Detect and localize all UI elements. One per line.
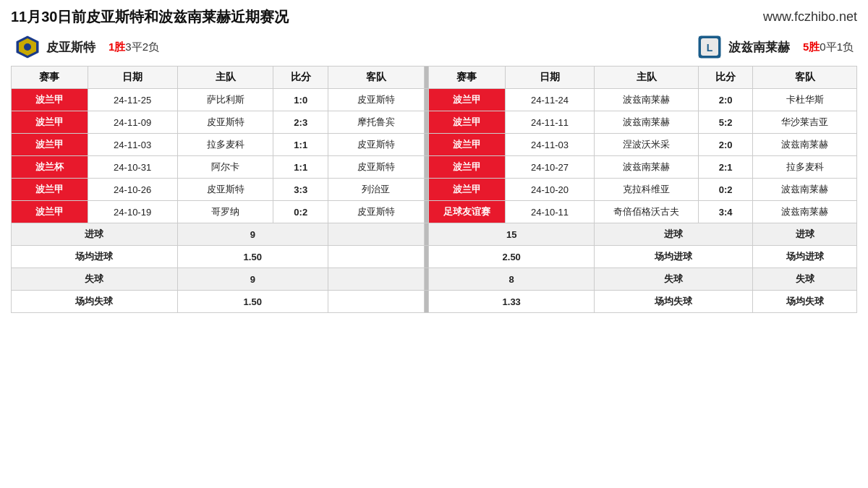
left-match-type: 波兰甲: [12, 89, 88, 111]
col-header-match-right: 赛事: [428, 67, 505, 89]
team-right-logo: L: [697, 34, 723, 60]
left-score: 3:3: [273, 179, 328, 201]
stats-left-val: 9: [177, 268, 328, 291]
left-score: 0:2: [273, 201, 328, 223]
right-home: 奇倍佰格沃古夫: [595, 201, 698, 223]
website-url: www.fczhibo.net: [763, 9, 857, 25]
stats-row: 失球 9 8 失球 失球: [12, 268, 857, 291]
stats-left-val: 9: [177, 223, 328, 246]
team-left-name: 皮亚斯特: [46, 39, 95, 56]
stats-row: 场均进球 1.50 2.50 场均进球 场均进球: [12, 246, 857, 268]
left-home: 阿尔卡: [177, 156, 273, 179]
right-score: 2:0: [698, 134, 753, 156]
stats-mid-val: 15: [428, 223, 595, 246]
right-away: 拉多麦科: [753, 156, 857, 179]
right-home: 波兹南莱赫: [595, 89, 698, 111]
stats-right-label: 失球: [753, 268, 857, 291]
team-left-record: 1胜3平2负: [109, 40, 159, 54]
stats-left-val: 1.50: [177, 291, 328, 313]
stats-left-label: 场均失球: [12, 291, 178, 313]
left-home: 萨比利斯: [177, 89, 273, 111]
left-date: 24-11-09: [88, 111, 177, 134]
left-date: 24-11-25: [88, 89, 177, 111]
svg-text:L: L: [707, 42, 713, 53]
left-score: 1:1: [273, 156, 328, 179]
stats-mid-val: 8: [428, 268, 595, 291]
right-date: 24-10-11: [505, 201, 595, 223]
col-header-home-right: 主队: [595, 67, 698, 89]
right-home: 波兹南莱赫: [595, 111, 698, 134]
team-right-record: 5胜0平1负: [803, 40, 854, 54]
left-match-type: 波兰甲: [12, 134, 88, 156]
col-header-away-left: 客队: [328, 67, 424, 89]
left-date: 24-11-03: [88, 134, 177, 156]
right-score: 2:1: [698, 156, 753, 179]
table-row: 波兰杯 24-10-31 阿尔卡 1:1 皮亚斯特 波兰甲 24-10-27 波…: [12, 156, 857, 179]
stats-mid-val: 2.50: [428, 246, 595, 268]
right-date: 24-11-03: [505, 134, 595, 156]
left-date: 24-10-19: [88, 201, 177, 223]
right-away: 波兹南莱赫: [753, 179, 857, 201]
stats-empty-left: [328, 268, 424, 291]
right-away: 波兹南莱赫: [753, 134, 857, 156]
stats-right-label: 场均进球: [753, 246, 857, 268]
left-match-type: 波兰甲: [12, 179, 88, 201]
page-wrapper: 11月30日前皮亚斯特和波兹南莱赫近期赛况 www.fczhibo.net 皮亚…: [0, 0, 868, 320]
svg-point-2: [24, 43, 31, 51]
stats-right-val: 场均进球: [595, 246, 753, 268]
stats-right-label: 场均失球: [753, 291, 857, 313]
right-date: 24-11-11: [505, 111, 595, 134]
right-away: 卡杜华斯: [753, 89, 857, 111]
left-match-type: 波兰杯: [12, 156, 88, 179]
right-match-type: 足球友谊赛: [428, 201, 505, 223]
stats-left-label: 场均进球: [12, 246, 178, 268]
left-home: 皮亚斯特: [177, 179, 273, 201]
right-home: 涅波沃米采: [595, 134, 698, 156]
header: 11月30日前皮亚斯特和波兹南莱赫近期赛况 www.fczhibo.net: [11, 7, 857, 27]
stats-mid-val: 1.33: [428, 291, 595, 313]
col-header-date-right: 日期: [505, 67, 595, 89]
team-right-block: L 波兹南莱赫 5胜0平1负: [697, 34, 854, 60]
right-match-type: 波兰甲: [428, 89, 505, 111]
table-row: 波兰甲 24-10-26 皮亚斯特 3:3 列治亚 波兰甲 24-10-20 克…: [12, 179, 857, 201]
left-home: 拉多麦科: [177, 134, 273, 156]
col-header-away-right: 客队: [753, 67, 857, 89]
left-away: 皮亚斯特: [328, 201, 424, 223]
left-away: 列治亚: [328, 179, 424, 201]
right-match-type: 波兰甲: [428, 134, 505, 156]
left-away: 皮亚斯特: [328, 156, 424, 179]
stats-empty-left: [328, 291, 424, 313]
stats-right-label: 进球: [753, 223, 857, 246]
col-header-date-left: 日期: [88, 67, 177, 89]
left-match-type: 波兰甲: [12, 201, 88, 223]
left-home: 皮亚斯特: [177, 111, 273, 134]
stats-right-val: 进球: [595, 223, 753, 246]
left-match-type: 波兰甲: [12, 111, 88, 134]
main-table: 赛事 日期 主队 比分 客队 赛事 日期 主队 比分 客队 波兰甲 24-11-…: [11, 66, 857, 313]
right-score: 3:4: [698, 201, 753, 223]
left-away: 皮亚斯特: [328, 89, 424, 111]
stats-left-label: 进球: [12, 223, 178, 246]
team-right-name: 波兹南莱赫: [728, 39, 790, 56]
left-date: 24-10-26: [88, 179, 177, 201]
right-home: 波兹南莱赫: [595, 156, 698, 179]
team-left-logo: [14, 34, 41, 60]
stats-empty-left: [328, 223, 424, 246]
left-away: 皮亚斯特: [328, 134, 424, 156]
table-row: 波兰甲 24-11-25 萨比利斯 1:0 皮亚斯特 波兰甲 24-11-24 …: [12, 89, 857, 111]
right-date: 24-10-27: [505, 156, 595, 179]
table-row: 波兰甲 24-11-09 皮亚斯特 2:3 摩托鲁宾 波兰甲 24-11-11 …: [12, 111, 857, 134]
left-away: 摩托鲁宾: [328, 111, 424, 134]
left-score: 1:0: [273, 89, 328, 111]
left-score: 1:1: [273, 134, 328, 156]
left-home: 哥罗纳: [177, 201, 273, 223]
stats-right-val: 失球: [595, 268, 753, 291]
right-home: 克拉科维亚: [595, 179, 698, 201]
col-header-score-left: 比分: [273, 67, 328, 89]
stats-left-label: 失球: [12, 268, 178, 291]
col-header-score-right: 比分: [698, 67, 753, 89]
right-match-type: 波兰甲: [428, 156, 505, 179]
col-header-match-left: 赛事: [12, 67, 88, 89]
stats-empty-left: [328, 246, 424, 268]
right-score: 5:2: [698, 111, 753, 134]
